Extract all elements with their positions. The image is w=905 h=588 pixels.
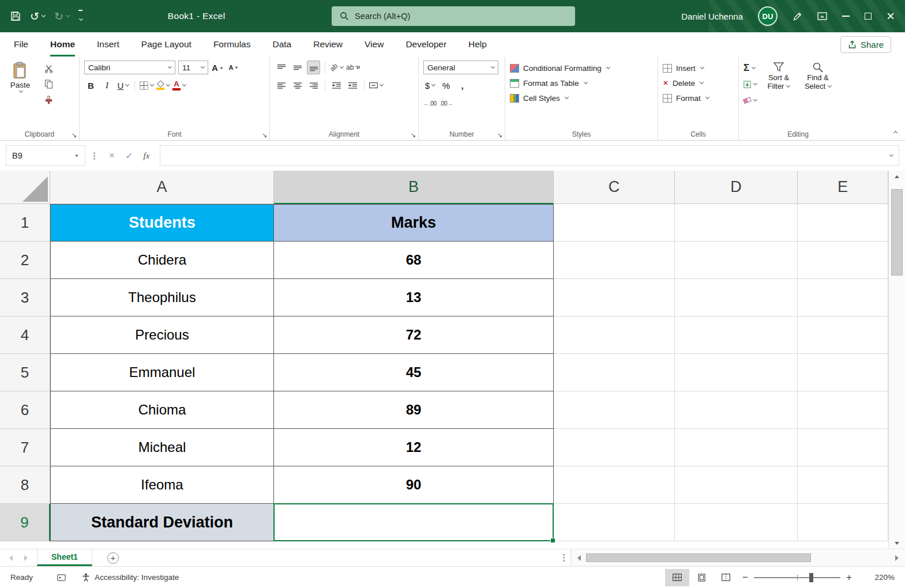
- cell-E2[interactable]: [798, 242, 888, 279]
- cell-E6[interactable]: [798, 391, 888, 429]
- find-select-button[interactable]: Find & Select: [801, 61, 835, 107]
- cell-E9[interactable]: [798, 504, 888, 541]
- redo-button[interactable]: ↻: [54, 11, 69, 22]
- fill-button[interactable]: [743, 78, 757, 91]
- wrap-text-button[interactable]: ab: [346, 61, 361, 74]
- normal-view-button[interactable]: [665, 569, 689, 586]
- row-header-6[interactable]: 6: [0, 391, 50, 429]
- cell-E5[interactable]: [798, 354, 888, 391]
- decrease-indent-button[interactable]: [330, 78, 343, 92]
- cell-A6[interactable]: Chioma: [50, 391, 274, 429]
- new-sheet-button[interactable]: +: [107, 552, 119, 564]
- row-header-1[interactable]: 1: [0, 204, 50, 242]
- sort-filter-button[interactable]: Sort & Filter: [761, 61, 796, 107]
- prev-sheet-button[interactable]: [9, 555, 13, 561]
- cell-A8[interactable]: Ifeoma: [50, 466, 274, 504]
- increase-decimal-button[interactable]: ←.00: [423, 96, 437, 110]
- cell-E7[interactable]: [798, 429, 888, 466]
- column-header-D[interactable]: D: [675, 171, 798, 204]
- increase-indent-button[interactable]: [346, 78, 359, 92]
- tab-split-handle[interactable]: [563, 557, 565, 559]
- macro-record-button[interactable]: [57, 574, 66, 581]
- insert-function-button[interactable]: fx: [138, 145, 155, 166]
- cancel-button[interactable]: ×: [103, 145, 121, 166]
- accounting-format-button[interactable]: $: [423, 78, 437, 92]
- clipboard-dialog-launcher[interactable]: ↘: [72, 132, 77, 138]
- cell-A2[interactable]: Chidera: [50, 242, 274, 279]
- vertical-scroll-track[interactable]: [889, 182, 905, 537]
- accessibility-status[interactable]: Accessibility: Investigate: [82, 573, 179, 582]
- merge-center-button[interactable]: [369, 78, 383, 92]
- page-layout-view-button[interactable]: [689, 569, 714, 586]
- borders-button[interactable]: [140, 78, 153, 92]
- cell-B1[interactable]: Marks: [274, 204, 554, 242]
- zoom-slider[interactable]: [754, 569, 840, 586]
- pen-input-button[interactable]: [793, 12, 802, 21]
- cell-B2[interactable]: 68: [274, 242, 554, 279]
- vertical-scroll-thumb[interactable]: [891, 189, 903, 276]
- percent-style-button[interactable]: %: [440, 78, 453, 92]
- copy-button[interactable]: [42, 78, 55, 90]
- cell-C1[interactable]: [554, 204, 675, 242]
- conditional-formatting-button[interactable]: Conditional Formatting: [510, 61, 653, 76]
- tab-page-layout[interactable]: Page Layout: [141, 32, 191, 56]
- underline-button[interactable]: U: [117, 78, 130, 92]
- cell-D1[interactable]: [675, 204, 798, 242]
- cell-A1[interactable]: Students: [50, 204, 274, 242]
- share-button[interactable]: Share: [840, 36, 891, 53]
- cell-E1[interactable]: [798, 204, 888, 242]
- cell-D8[interactable]: [675, 466, 798, 504]
- horizontal-scroll-track[interactable]: [585, 549, 891, 566]
- cell-C8[interactable]: [554, 466, 675, 504]
- zoom-level[interactable]: 220%: [861, 573, 895, 582]
- row-header-3[interactable]: 3: [0, 279, 50, 316]
- vertical-scrollbar[interactable]: [888, 171, 905, 549]
- tab-developer[interactable]: Developer: [405, 32, 446, 56]
- insert-cells-button[interactable]: Insert: [663, 61, 734, 76]
- bold-button[interactable]: B: [84, 78, 97, 92]
- tab-home[interactable]: Home: [50, 32, 75, 56]
- horizontal-scrollbar[interactable]: [570, 549, 905, 566]
- row-header-2[interactable]: 2: [0, 242, 50, 279]
- next-sheet-button[interactable]: [24, 555, 28, 561]
- scroll-down-button[interactable]: [889, 537, 905, 549]
- row-header-9[interactable]: 9: [0, 504, 50, 541]
- tab-view[interactable]: View: [365, 32, 384, 56]
- align-center-button[interactable]: [291, 78, 304, 92]
- decrease-font-size-button[interactable]: A: [227, 61, 241, 74]
- scroll-right-button[interactable]: [891, 549, 903, 566]
- avatar[interactable]: DU: [758, 6, 778, 26]
- autosum-button[interactable]: Σ: [743, 62, 757, 74]
- cell-B3[interactable]: 13: [274, 279, 554, 316]
- top-align-button[interactable]: [275, 61, 288, 74]
- maximize-button[interactable]: [865, 13, 872, 20]
- tab-insert[interactable]: Insert: [97, 32, 119, 56]
- cell-C9[interactable]: [554, 504, 675, 541]
- cell-A4[interactable]: Precious: [50, 316, 274, 354]
- minimize-button[interactable]: [842, 16, 850, 17]
- cell-B5[interactable]: 45: [274, 354, 554, 391]
- cell-B7[interactable]: 12: [274, 429, 554, 466]
- cell-C4[interactable]: [554, 316, 675, 354]
- collapse-ribbon-button[interactable]: [893, 126, 897, 137]
- cell-B8[interactable]: 90: [274, 466, 554, 504]
- formula-bar-splitter[interactable]: [93, 155, 95, 157]
- cell-C2[interactable]: [554, 242, 675, 279]
- cell-C7[interactable]: [554, 429, 675, 466]
- format-as-table-button[interactable]: Format as Table: [510, 76, 653, 91]
- column-header-B[interactable]: B: [274, 171, 554, 204]
- cell-A5[interactable]: Emmanuel: [50, 354, 274, 391]
- row-header-8[interactable]: 8: [0, 466, 50, 504]
- cell-A3[interactable]: Theophilus: [50, 279, 274, 316]
- clear-button[interactable]: [743, 94, 757, 107]
- page-break-view-button[interactable]: [714, 569, 738, 586]
- alignment-dialog-launcher[interactable]: ↘: [411, 132, 416, 138]
- cell-C5[interactable]: [554, 354, 675, 391]
- tab-review[interactable]: Review: [313, 32, 343, 56]
- font-color-button[interactable]: A: [172, 78, 186, 92]
- zoom-out-button[interactable]: −: [738, 572, 753, 583]
- format-cells-button[interactable]: Format: [663, 91, 734, 105]
- undo-button[interactable]: ↺: [30, 11, 45, 22]
- font-size-select[interactable]: 11: [178, 61, 208, 74]
- cell-A7[interactable]: Micheal: [50, 429, 274, 466]
